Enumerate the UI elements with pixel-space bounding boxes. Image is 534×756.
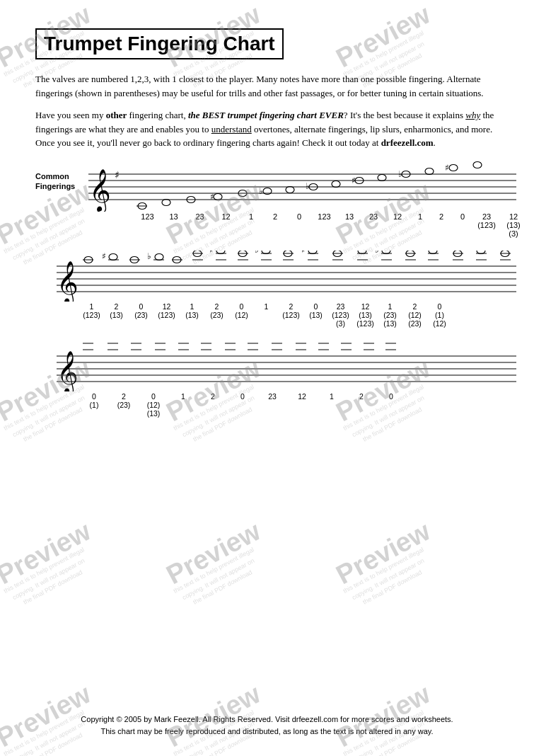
svg-text:𝄞: 𝄞 (57, 351, 79, 391)
fingering-cell: 12 (385, 212, 410, 221)
svg-text:♯: ♯ (102, 251, 106, 261)
watermark: Preview (161, 516, 265, 590)
fingering-row-2: 1 2 0 12 1 2 0 1 2 0 23 12 1 2 0 (35, 302, 499, 311)
staff-svg-row2: 𝄞 ♯ ♭ ♯ (35, 251, 516, 302)
fingering-row-1: 123 13 23 12 1 2 0 123 13 23 12 1 2 0 23… (35, 212, 499, 221)
staff-svg-row3: 𝄞 ♯ ♯ (35, 340, 516, 391)
fingering-cell: 2 (263, 212, 287, 221)
fingering-cell: 0 (452, 212, 473, 221)
fingering-cell: 1 (239, 212, 263, 221)
footer-line2: This chart may be freely reproduced and … (35, 726, 499, 738)
svg-text:♯: ♯ (115, 170, 120, 181)
svg-point-11 (214, 193, 222, 200)
music-section-row2: 𝄞 ♯ ♭ ♯ (35, 251, 499, 328)
svg-point-15 (286, 186, 294, 193)
staff-svg-row1: 𝄞 ♯ ♯ ♭ ♭ ♯ (35, 159, 516, 212)
music-section-row1: Common Fingerings 𝄞 ♯ ♯ ♭ (35, 159, 499, 238)
svg-text:♭: ♭ (259, 186, 263, 196)
svg-point-26 (449, 164, 458, 171)
fingering-cell: 23 (473, 212, 500, 221)
page: Trumpet Fingering Chart The valves are n… (0, 0, 534, 756)
fingering-cell: 123 (134, 212, 161, 221)
fingering-cell: 23 (361, 212, 385, 221)
watermark: Preview (331, 516, 435, 590)
body-paragraph-1: The valves are numbered 1,2,3, with 1 cl… (35, 72, 499, 100)
watermark: Preview (0, 516, 95, 590)
fingering-cell: 2 (431, 212, 452, 221)
svg-point-27 (473, 161, 482, 168)
fingering-row-2-alt2: (3) (123) (13) (23) (12) (35, 319, 499, 328)
fingering-row-2-alt: (123) (13) (23) (123) (13) (23) (12) (12… (35, 311, 499, 319)
svg-point-8 (162, 199, 170, 205)
svg-text:♭: ♭ (255, 251, 259, 255)
svg-text:♭: ♭ (147, 251, 151, 261)
page-title: Trumpet Fingering Chart (44, 33, 275, 55)
footer: Copyright © 2005 by Mark Feezell. All Ri… (35, 714, 499, 738)
fingering-cell: 123 (311, 212, 337, 221)
body-paragraph-2: Have you seen my other fingering chart, … (35, 108, 499, 150)
fingering-cell: 1 (410, 212, 431, 221)
svg-text:♯: ♯ (209, 251, 214, 255)
fingering-row-3: 0 2 0 1 2 0 23 12 1 2 0 (35, 392, 499, 401)
svg-point-21 (378, 174, 386, 181)
fingering-cell: 12 (500, 212, 527, 221)
treble-clef: 𝄞 (89, 169, 111, 212)
watermark: Preview (331, 0, 435, 74)
footer-line1: Copyright © 2005 by Mark Feezell. All Ri… (35, 714, 499, 726)
fingering-cell: 12 (213, 212, 239, 221)
svg-text:𝄞: 𝄞 (57, 261, 79, 302)
section-label: Common Fingerings (35, 171, 75, 192)
svg-text:♭: ♭ (375, 251, 379, 255)
svg-text:♯: ♯ (445, 163, 449, 173)
fingering-cell: 13 (161, 212, 187, 221)
fingering-row-1-alt: (123) (13) (35, 221, 499, 229)
fingering-row-3-alt: (1) (23) (12) (35, 401, 499, 409)
title-box: Trumpet Fingering Chart (35, 28, 284, 59)
svg-point-18 (332, 181, 340, 187)
svg-text:♯: ♯ (301, 251, 306, 255)
svg-point-38 (109, 253, 117, 260)
fingering-row-1-alt2: (3) (35, 229, 499, 238)
fingering-cell: 0 (287, 212, 311, 221)
fingering-row-3-alt2: (13) (35, 409, 499, 418)
fingering-cell: 13 (337, 212, 361, 221)
music-section-row3: 𝄞 ♯ ♯ (35, 340, 499, 418)
fingering-cell: 23 (187, 212, 213, 221)
svg-point-24 (425, 168, 434, 174)
svg-point-43 (155, 253, 163, 260)
